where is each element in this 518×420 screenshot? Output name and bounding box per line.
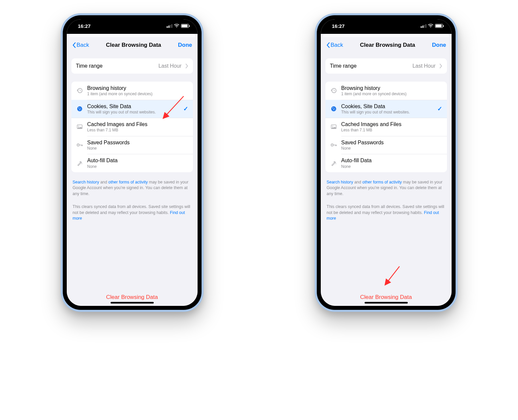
row-browsing-history[interactable]: Browsing history 1 item (and more on syn… [71, 82, 193, 100]
clear-browsing-data-button[interactable]: Clear Browsing Data [71, 289, 193, 303]
phone-notch [360, 15, 413, 25]
history-icon [76, 87, 83, 94]
row-cookies[interactable]: Cookies, Site Data This will sign you ou… [325, 100, 447, 118]
link-search-history[interactable]: Search history [327, 180, 353, 184]
done-button[interactable]: Done [178, 42, 192, 48]
svg-point-2 [80, 108, 81, 108]
row-title: Cached Images and Files [341, 121, 442, 127]
back-button[interactable]: Back [326, 42, 343, 48]
key-icon [76, 141, 83, 149]
sheet-content: Time range Last Hour Browsing history [67, 52, 198, 306]
svg-point-12 [334, 108, 335, 108]
link-other-activity[interactable]: other forms of activity [362, 180, 402, 184]
row-subtitle: 1 item (and more on synced devices) [341, 92, 442, 96]
chevron-left-icon [326, 42, 330, 48]
sheet-content: Time range Last Hour Browsing history [321, 52, 452, 306]
data-types-group: Browsing history 1 item (and more on syn… [325, 82, 447, 172]
back-button[interactable]: Back [72, 42, 89, 48]
sheet-stack-hint [323, 34, 450, 37]
footer-note-1: Search history and other forms of activi… [325, 179, 447, 197]
row-cache[interactable]: Cached Images and Files Less than 7.1 MB [71, 118, 193, 136]
row-title: Auto-fill Data [341, 157, 442, 164]
wand-icon [76, 160, 83, 167]
svg-point-1 [78, 107, 79, 108]
nav-bar: Back Clear Browsing Data Done [67, 37, 198, 52]
battery-icon [435, 24, 443, 28]
row-title: Auto-fill Data [87, 157, 188, 164]
row-cookies[interactable]: Cookies, Site Data This will sign you ou… [71, 100, 193, 118]
svg-point-14 [334, 109, 335, 110]
row-subtitle: None [341, 164, 442, 169]
spacer [325, 222, 447, 289]
row-passwords[interactable]: Saved Passwords None [71, 136, 193, 154]
clear-browsing-data-button[interactable]: Clear Browsing Data [325, 289, 447, 303]
time-range-label: Time range [76, 63, 155, 69]
home-indicator[interactable] [365, 302, 408, 304]
link-search-history[interactable]: Search history [73, 180, 99, 184]
row-subtitle: Less than 7.1 MB [341, 128, 442, 132]
row-subtitle: None [87, 164, 188, 169]
time-range-value: Last Hour [412, 63, 435, 69]
time-range-group: Time range Last Hour [325, 58, 447, 74]
row-text: Cookies, Site Data This will sign you ou… [87, 103, 179, 115]
wifi-icon [174, 24, 179, 28]
row-autofill[interactable]: Auto-fill Data None [325, 154, 447, 172]
data-types-group: Browsing history 1 item (and more on syn… [71, 82, 193, 172]
svg-point-18 [332, 145, 333, 146]
time-range-row[interactable]: Time range Last Hour [325, 58, 447, 74]
home-indicator[interactable] [111, 302, 154, 304]
back-label: Back [331, 42, 343, 48]
time-range-row[interactable]: Time range Last Hour [71, 58, 193, 74]
row-browsing-history[interactable]: Browsing history 1 item (and more on syn… [325, 82, 447, 100]
checkmark-icon: ✓ [183, 105, 188, 112]
row-text: Browsing history 1 item (and more on syn… [87, 85, 188, 97]
row-text: Saved Passwords None [341, 139, 442, 151]
row-title: Cached Images and Files [87, 121, 188, 127]
row-text: Cached Images and Files Less than 7.1 MB [87, 121, 188, 133]
row-subtitle: 1 item (and more on synced devices) [87, 92, 188, 96]
link-other-activity[interactable]: other forms of activity [108, 180, 148, 184]
modal-sheet: Back Clear Browsing Data Done Time range… [67, 37, 198, 306]
phone-bezel: 16:27 Back Clear Browsing Data Done [63, 15, 202, 310]
svg-point-3 [79, 109, 80, 110]
status-time: 16:27 [332, 23, 345, 29]
row-text: Cookies, Site Data This will sign you ou… [341, 103, 433, 115]
row-text: Browsing history 1 item (and more on syn… [341, 85, 442, 97]
row-title: Cookies, Site Data [87, 103, 179, 109]
phone-bezel: 16:27 Back Clear Browsing Data Done [317, 15, 456, 310]
svg-point-11 [332, 107, 333, 108]
image-icon [76, 123, 83, 130]
row-text: Auto-fill Data None [341, 157, 442, 169]
nav-bar: Back Clear Browsing Data Done [321, 37, 452, 52]
status-indicators [167, 24, 189, 28]
row-title: Browsing history [341, 85, 442, 91]
svg-point-10 [331, 106, 336, 111]
row-subtitle: This will sign you out of most websites. [87, 110, 179, 114]
footer-note-1: Search history and other forms of activi… [71, 179, 193, 197]
svg-point-6 [78, 126, 79, 127]
row-autofill[interactable]: Auto-fill Data None [71, 154, 193, 172]
svg-point-13 [333, 109, 334, 110]
footer-note-2: This clears synced data from all devices… [325, 204, 447, 222]
row-passwords[interactable]: Saved Passwords None [325, 136, 447, 154]
spacer [71, 222, 193, 289]
row-text: Cached Images and Files Less than 7.1 MB [341, 121, 442, 133]
cookie-icon [76, 105, 83, 112]
row-text: Auto-fill Data None [87, 157, 188, 169]
time-range-label: Time range [330, 63, 409, 69]
done-button[interactable]: Done [432, 42, 446, 48]
svg-point-16 [332, 126, 333, 127]
phone-screen: 16:27 Back Clear Browsing Data Done [321, 19, 452, 306]
cellular-icon [421, 24, 426, 28]
status-time: 16:27 [78, 23, 91, 29]
time-range-group: Time range Last Hour [71, 58, 193, 74]
row-cache[interactable]: Cached Images and Files Less than 7.1 MB [325, 118, 447, 136]
row-subtitle: None [341, 146, 442, 151]
row-text: Saved Passwords None [87, 139, 188, 151]
image-icon [330, 123, 337, 130]
chevron-right-icon [440, 64, 442, 68]
row-title: Saved Passwords [87, 139, 188, 146]
row-subtitle: None [87, 146, 188, 151]
cookie-icon [330, 105, 337, 112]
chevron-right-icon [186, 64, 188, 68]
